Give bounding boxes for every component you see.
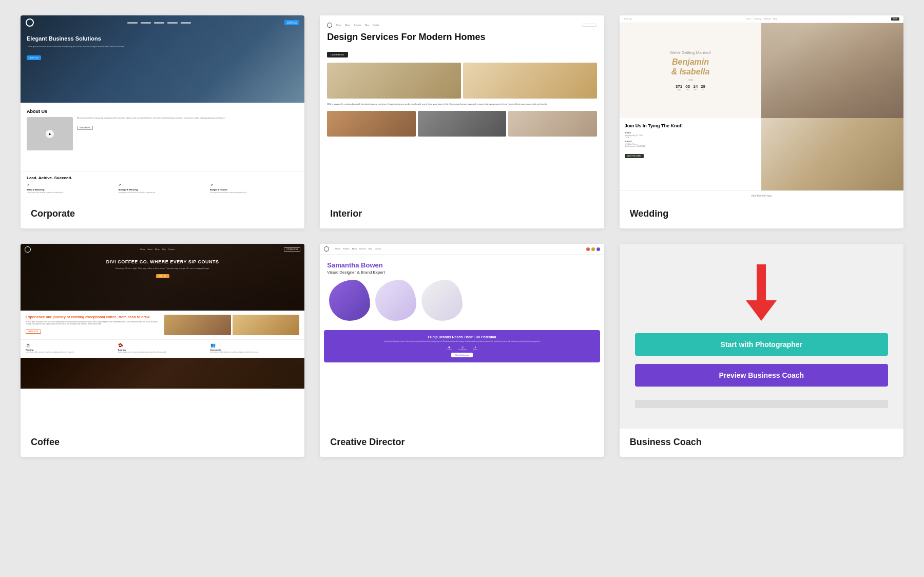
creative-logo-icon <box>324 246 329 252</box>
countdown-sec-label: Sec <box>701 89 705 91</box>
corp-nav-link <box>181 22 191 24</box>
wedding-top-section: We're Getting Married! Benjamin& Isabell… <box>620 23 903 118</box>
interior-preview: Home About Services Blog Contact Design … <box>320 15 604 200</box>
wedding-when-value: Saturday, Aug 12, 202412PM <box>625 134 757 139</box>
corp-nav-link <box>154 22 164 24</box>
corp-nav-link <box>141 22 151 24</box>
corp-cta-btn[interactable]: JOIN US <box>284 20 300 25</box>
creative-icon-label-custom: Custom <box>447 349 452 351</box>
service-desc: Lorem ipsum dolor sit amet consectetur a… <box>118 192 206 194</box>
red-arrow-head <box>746 300 777 321</box>
coffee-about-btn[interactable]: LEARN MORE <box>26 330 41 334</box>
interior-cta-btn[interactable]: LEARN MORE <box>327 52 348 57</box>
corporate-about-desc: We are dedicated to empowering businesse… <box>77 117 298 120</box>
corporate-about-title: About Us <box>27 109 298 114</box>
wedding-ceremony-title: Join Us In Tying The Knot! <box>625 123 757 129</box>
start-photographer-button[interactable]: Start with Photographer <box>635 333 888 356</box>
creative-bottom-title: I Help Brands Reach Their Full Potential <box>330 335 593 339</box>
creative-circle-red <box>586 247 590 251</box>
interior-nav: Home About Services Blog Contact <box>327 23 596 28</box>
interior-search[interactable] <box>582 24 597 27</box>
wedding-where-label: Where <box>625 141 757 143</box>
countdown-min-label: Min <box>693 89 698 91</box>
coffee-nav-link: Blog <box>162 248 166 251</box>
creative-blobs <box>327 280 596 321</box>
coffee-contact-btn[interactable]: CONTACT US <box>284 247 300 252</box>
creative-circle-purple <box>596 247 600 251</box>
preview-business-coach-button[interactable]: Preview Business Coach <box>635 364 888 387</box>
interior-images-top <box>327 63 596 99</box>
coffee-service-3: 👥 Community Lorem ipsum dolor sit amet c… <box>210 343 300 354</box>
coffee-nav-link: Home <box>140 248 145 251</box>
wedding-site-title: Ben & Izzy <box>624 18 632 20</box>
service-arrow-icon: ↗ <box>118 183 206 187</box>
creative-circles <box>586 247 600 251</box>
card-wedding: Ben & Izzy Home OurStory Wedding Blog RS… <box>620 15 903 228</box>
creative-nav-link: About <box>352 248 357 250</box>
card-business-coach: Start with Photographer Preview Business… <box>620 244 903 457</box>
wedding-top-nav: Ben & Izzy Home OurStory Wedding Blog RS… <box>620 15 903 23</box>
coffee-about: Experience our journey of crafting excep… <box>21 311 304 339</box>
corporate-read-more[interactable]: READ MORE <box>77 126 93 130</box>
corp-logo-icon <box>26 18 34 27</box>
creative-icon-brand: ✦Brand <box>473 345 477 351</box>
coffee-service-desc-1: Lorem ipsum dolor sit amet consectetur a… <box>26 352 115 354</box>
wedding-nav-link: OurStory <box>754 18 761 20</box>
coffee-about-images <box>164 315 300 335</box>
coffee-services: ☕ Roofing Lorem ipsum dolor sit amet con… <box>21 339 304 358</box>
creative-hero: Samantha Bowen Visual Designer & Brand E… <box>320 255 604 330</box>
service-name: Strategy & Planning <box>118 188 206 191</box>
template-grid: JOIN US Elegant Business Solutions Lorem… <box>21 15 903 457</box>
business-coach-thumbnail <box>635 400 888 408</box>
creative-icon-photography: ◎Photography <box>458 345 467 351</box>
business-coach-label: Business Coach <box>620 429 903 457</box>
countdown-min-num: 14 <box>693 84 698 89</box>
countdown-days-label: Days <box>676 89 682 91</box>
coffee-service-icon-1: ☕ <box>26 343 115 348</box>
coffee-logo-icon <box>25 246 31 253</box>
creative-nav-link: Home <box>335 248 340 250</box>
corp-nav-link <box>127 22 138 24</box>
interior-image-small-2 <box>418 111 506 137</box>
corporate-hero-btn[interactable]: JOIN US <box>27 55 41 60</box>
creative-preview: Home Portfolio About Services Blog Conta… <box>320 244 604 429</box>
wedding-bottom-image <box>761 118 903 190</box>
wedding-nav-link: Wedding <box>763 18 771 20</box>
corporate-hero: JOIN US Elegant Business Solutions Lorem… <box>21 15 304 103</box>
coffee-hero-title: DIVI COFFEE CO. WHERE EVERY SIP COUNTS <box>27 259 298 265</box>
wedding-save-date-btn[interactable]: SAVE THE DATE <box>625 154 644 158</box>
corporate-preview: JOIN US Elegant Business Solutions Lorem… <box>21 15 304 200</box>
card-corporate: JOIN US Elegant Business Solutions Lorem… <box>21 15 304 228</box>
interior-image-small-1 <box>327 111 415 137</box>
wedding-photo-bottom <box>761 118 903 190</box>
coffee-nav-link: Menu <box>155 248 160 251</box>
creative-blob-2 <box>375 280 416 321</box>
interior-nav-link: Blog <box>365 24 369 26</box>
wedding-countdown-days: 371 Days <box>676 84 682 91</box>
play-button-icon[interactable]: ▶ <box>46 130 54 138</box>
creative-nav-link: Portfolio <box>343 248 350 250</box>
creative-nav: Home Portfolio About Services Blog Conta… <box>320 244 604 255</box>
creative-blob-shape-purple <box>329 280 370 321</box>
corporate-about-row: ▶ We are dedicated to empowering busines… <box>27 117 298 150</box>
coffee-hero: Home About Menu Blog Contact CONTACT US … <box>21 244 304 311</box>
coffee-bottom-image-inner <box>21 358 304 389</box>
wedding-nav-link: Home <box>746 18 751 20</box>
wedding-rsvp-btn[interactable]: RSVP <box>891 17 899 21</box>
coffee-hero-cta[interactable]: JOIN US <box>156 274 169 278</box>
wedding-bottom-section: Join Us In Tying The Knot! When Saturday… <box>620 118 903 190</box>
wedding-hashtag: #1234 <box>687 79 693 81</box>
creative-explore-btn[interactable]: Start Exploring <box>451 353 473 357</box>
coffee-service-icon-2: 🫘 <box>118 343 207 348</box>
wedding-names: Benjamin& Isabella <box>671 57 710 76</box>
countdown-days-num: 371 <box>676 84 682 89</box>
creative-nav-link: Blog <box>369 248 372 250</box>
coffee-nav-links: Home About Menu Blog Contact <box>140 248 174 251</box>
coffee-service-2: 🫘 Soaring Lorem ipsum dolor sit amet con… <box>118 343 207 354</box>
coffee-about-text: Experience our journey of crafting excep… <box>26 315 161 335</box>
wedding-getting-married: We're Getting Married! <box>670 50 711 55</box>
service-name: Budget & Finance <box>210 188 298 191</box>
corporate-hero-title: Elegant Business Solutions <box>27 35 298 42</box>
card-coffee: Home About Menu Blog Contact CONTACT US … <box>21 244 304 457</box>
corporate-service-2: ↗ Strategy & Planning Lorem ipsum dolor … <box>118 183 206 194</box>
